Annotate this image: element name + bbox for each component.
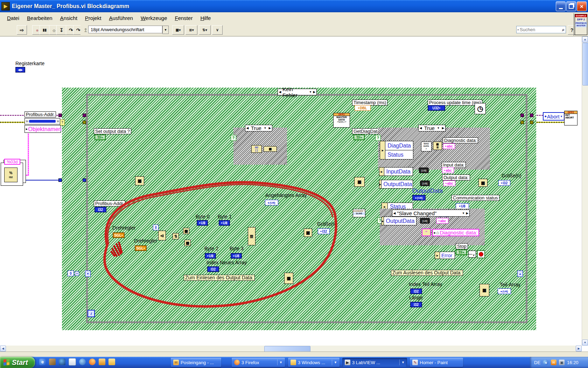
scroll-down-button[interactable]: ▼ xyxy=(582,340,588,346)
build-array-bytes-node[interactable]: ≣ xyxy=(248,227,255,245)
loop-condition-terminal[interactable] xyxy=(477,250,485,258)
changed-slave-icon[interactable]: CHANGED ? SLAVE xyxy=(353,209,365,217)
teil-array-indicator[interactable]: ▸[U8] xyxy=(498,288,511,294)
menu-bearbeiten[interactable]: Bearbeiten xyxy=(23,14,56,22)
tray-mail-icon[interactable]: ✉ xyxy=(551,360,556,365)
replace-array-subset-node[interactable]: ▦ xyxy=(284,273,293,284)
scroll-left-button[interactable]: ◀ xyxy=(0,346,6,352)
select-node[interactable]: ⊲ xyxy=(158,231,166,240)
byte3-terminal[interactable]: ▸U8 xyxy=(231,253,242,259)
font-selector[interactable]: 18pt Anwendungsschriftart xyxy=(88,26,162,33)
angehaengtes-array-terminal[interactable]: ▸[U8] xyxy=(265,200,278,205)
byte1-terminal[interactable]: ▸U8 xyxy=(219,220,230,226)
taskbar-window-posteingang[interactable]: ✉ Posteingang - ... xyxy=(171,358,221,367)
language-indicator[interactable]: DE xyxy=(534,360,540,365)
folder-icon-2[interactable] xyxy=(108,359,115,365)
taskbar-group-labview[interactable]: ▶ 3 LabVIEW ... ▼ xyxy=(342,358,407,367)
pause-button[interactable]: ▮▮ xyxy=(40,25,50,35)
diag-data-subvi[interactable]: DIAG DATA ⌕ xyxy=(421,142,432,151)
wait-ms-clock-icon[interactable]: ◷ xyxy=(475,103,486,114)
byte-array-to-string-node[interactable]: [U8] xyxy=(420,180,430,186)
diagnostic-data-indicator[interactable]: ▸abc xyxy=(443,143,455,149)
display-settings-icon[interactable]: ▣ xyxy=(559,360,565,365)
desktop-icon[interactable] xyxy=(49,359,56,365)
horizontal-scroll-thumb[interactable] xyxy=(264,346,310,352)
outputdata-array-control[interactable]: ▸[U8] xyxy=(412,195,426,200)
unbundle-error[interactable]: ▸Error xyxy=(435,252,455,259)
process-update-control[interactable]: U32▸ xyxy=(428,105,445,111)
small-constant[interactable]: 0 xyxy=(75,271,79,276)
empty-string-constant[interactable]: '' xyxy=(422,229,431,236)
shift-register-right[interactable]: ▲ xyxy=(517,271,523,277)
byte2-terminal[interactable]: ▸U8 xyxy=(205,253,216,259)
horizontal-scrollbar[interactable]: ◀ ▶ xyxy=(0,346,582,352)
unbundle-outputdata-slave[interactable]: ▸OutputData xyxy=(382,217,416,225)
globe-icon[interactable] xyxy=(59,359,65,365)
menu-projekt[interactable]: Projekt xyxy=(82,14,105,22)
to-int-node[interactable]: ⇅ xyxy=(173,233,179,239)
unbundle-inputdata[interactable]: ▸InputData xyxy=(379,167,413,176)
scroll-up-button[interactable]: ▲ xyxy=(582,36,588,42)
taskbar-group-firefox[interactable]: 3 Firefox ▼ xyxy=(232,358,285,367)
output-data-indicator[interactable]: ▸abc xyxy=(443,180,455,186)
menu-ausfuehren[interactable]: Ausführen xyxy=(106,14,136,22)
objektnamen-terminal[interactable]: ▸Objektnamen xyxy=(24,125,61,133)
firefox-icon[interactable] xyxy=(89,359,96,365)
byte0-terminal[interactable]: ▸U8 xyxy=(197,220,208,226)
scroll-right-button[interactable]: ▶ xyxy=(576,346,582,352)
index-teil-array-control[interactable]: I32 xyxy=(410,288,422,294)
build-array-node[interactable]: I32[ ] xyxy=(251,145,262,153)
restore-button[interactable] xyxy=(566,1,576,11)
input-data-indicator[interactable]: ▸abc xyxy=(442,168,454,173)
or-gate[interactable]: ∨ xyxy=(468,251,476,258)
loop-iteration-terminal[interactable]: i xyxy=(88,310,95,317)
format-string-constant[interactable]: %03d xyxy=(4,159,20,165)
search-box[interactable]: ▸ ⌕ xyxy=(516,26,566,33)
resize-objects-button[interactable]: ⇅▾ xyxy=(199,25,211,35)
reorder-button[interactable]: ∨ xyxy=(212,25,223,35)
communication-status-indicator[interactable]: ▸U8 xyxy=(456,203,469,209)
groesse-left-indicator[interactable]: ▸I32 xyxy=(318,229,330,234)
profibus-addr-probe[interactable]: ?!?! xyxy=(24,118,60,124)
hide-icons-chevron[interactable]: ◂ xyxy=(543,360,548,365)
array-size-node[interactable]: ▦ xyxy=(478,179,488,187)
getdiagdata-boolean[interactable]: TF▸ xyxy=(354,135,365,140)
coercion-probe[interactable]: ? xyxy=(60,120,65,125)
drehregler2-terminal[interactable]: SGL▸ xyxy=(135,245,147,251)
menu-ansicht[interactable]: Ansicht xyxy=(57,14,81,22)
index-array-node[interactable]: ▦ xyxy=(135,176,144,185)
retain-wire-values-button[interactable]: ↧ xyxy=(56,25,66,35)
index-array-node-b[interactable]: ▦ xyxy=(184,240,191,246)
build-array-node-right[interactable]: ▦ xyxy=(354,177,365,187)
taskbar-group-windows[interactable]: 3 Windows ... ▼ xyxy=(288,358,340,367)
groesse-indicator[interactable]: ▸I32 xyxy=(498,180,510,186)
menu-datei[interactable]: Datei xyxy=(4,14,23,22)
distribute-objects-button[interactable]: ≣▾ xyxy=(186,25,197,35)
minimize-button[interactable] xyxy=(556,1,566,11)
shift-register-left[interactable]: ▼ xyxy=(85,271,91,277)
drehregler1-terminal[interactable]: SGL▸ xyxy=(113,232,125,238)
case-selector-true-right[interactable]: ◀True▼▶ xyxy=(418,125,446,131)
dfp2-init-abort-subvi[interactable]: DFP2 INIT ABORT xyxy=(564,111,578,125)
array-subset-node[interactable]: ▦ xyxy=(479,284,489,297)
menu-werkzeuge[interactable]: Werkzeuge xyxy=(137,14,171,22)
taskbar-window-paint[interactable]: ✎ Homer - Paint xyxy=(410,358,463,367)
format-into-string-node[interactable]: %I32 xyxy=(4,168,18,182)
case-selector-true-center[interactable]: ◀True▼▶ xyxy=(245,125,272,131)
menu-fenster[interactable]: Fenster xyxy=(172,14,196,22)
case-selector-kein-fehler[interactable]: ◀Kein Fehler▼▶ xyxy=(278,89,317,95)
index-neues-array-control[interactable]: I32 xyxy=(207,266,219,272)
abort-enum-constant[interactable]: ◆Abort▼ xyxy=(543,112,565,121)
document-icon[interactable] xyxy=(69,358,76,366)
vi-icon-badge[interactable]: EXAMPLE DFP 2 PROFIBUSMASTER xyxy=(575,14,587,35)
media-player-icon[interactable] xyxy=(79,359,86,365)
unbundle-diagdata-status[interactable]: ▸ DiagData Status xyxy=(380,141,413,159)
clock[interactable]: 16:20 xyxy=(567,360,579,365)
vertical-scroll-thumb[interactable] xyxy=(582,43,588,86)
case-selector-slave-changed[interactable]: ◀"Slave Changed"▼▶ xyxy=(392,210,470,217)
block-diagram-canvas[interactable]: ◀Kein Fehler▼▶ ? Registerkarte ◀▶ Profib… xyxy=(0,36,582,346)
unbundle-outputdata[interactable]: ▸OutputData xyxy=(379,180,413,189)
zero-constant-bottom[interactable]: 0 xyxy=(68,271,74,276)
index-array-node-a[interactable]: ▦ xyxy=(183,228,189,234)
outputdata-string-indicator[interactable]: ▸abc xyxy=(436,218,448,224)
